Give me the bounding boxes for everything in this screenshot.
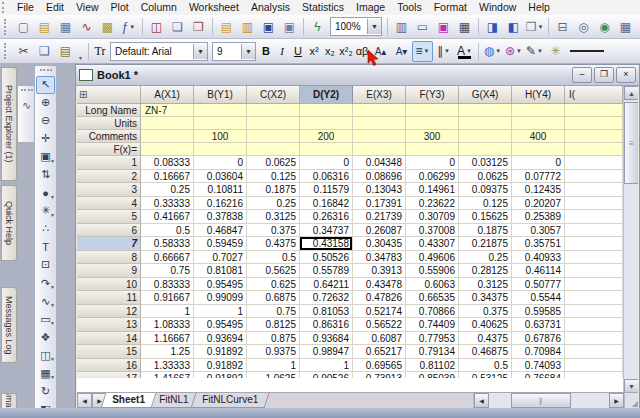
chevron-down-icon[interactable]: ▼ [537, 48, 543, 54]
cell-D-15[interactable]: 0.98947 [300, 345, 353, 359]
save-template-icon[interactable]: ▣ [279, 16, 300, 37]
image-mode-icon[interactable]: ▣ [433, 16, 454, 37]
refresh-screen-icon[interactable]: ▭ [412, 16, 433, 37]
cell-H-17[interactable]: 0.76684 [512, 372, 565, 378]
cell-A-2[interactable]: 0.16667 [141, 170, 194, 184]
cell-E-11[interactable]: 0.47826 [353, 291, 406, 305]
cell-D-11[interactable]: 0.72632 [300, 291, 353, 305]
row-header-12[interactable]: 12 [77, 305, 141, 319]
new-matrix-icon[interactable]: ▩ [97, 16, 118, 37]
param-cell-E[interactable] [353, 130, 406, 143]
subscript-button[interactable]: x₂ [322, 45, 338, 57]
cell-B-2[interactable]: 0.03604 [194, 170, 247, 184]
cell-F-12[interactable]: 0.70866 [406, 305, 459, 319]
arrange-windows-icon[interactable]: ❐▼ [524, 16, 545, 37]
cell-F-3[interactable]: 0.14961 [406, 183, 459, 197]
underline-button[interactable]: U [290, 45, 306, 57]
screen-reader-tool-icon[interactable]: ✛ [36, 130, 55, 148]
param-cell-D[interactable] [300, 143, 353, 156]
zoom-level-combo[interactable]: 100%▼ [330, 17, 382, 36]
cell-F-8[interactable]: 0.49606 [406, 251, 459, 265]
cell-E-8[interactable]: 0.34783 [353, 251, 406, 265]
toolbar-grip[interactable] [4, 19, 9, 35]
cell-G-13[interactable]: 0.40625 [459, 318, 512, 332]
cell-B-12[interactable]: 1 [194, 305, 247, 319]
cell-I-9[interactable] [565, 264, 623, 278]
new-function-icon[interactable]: ƒ▼ [118, 16, 139, 37]
cell-I-10[interactable] [565, 278, 623, 292]
cell-A-12[interactable]: 1 [141, 305, 194, 319]
chart-tool-icon[interactable]: ▦▼ [36, 364, 55, 382]
cell-B-8[interactable]: 0.7027 [194, 251, 247, 265]
param-cell-D[interactable] [300, 117, 353, 130]
row-header-15[interactable]: 15 [77, 345, 141, 359]
cell-I-2[interactable] [565, 170, 623, 184]
cell-I-14[interactable] [565, 332, 623, 346]
param-cell-H[interactable]: 400 [512, 130, 565, 143]
horizontal-scrollbar[interactable]: ◀ ∥ ▶ [473, 393, 624, 408]
new-layout-icon[interactable]: ◫ [146, 16, 167, 37]
italic-button[interactable]: I [274, 45, 290, 57]
cell-D-13[interactable]: 0.86316 [300, 318, 353, 332]
mask-tool-icon[interactable]: ●▼ [36, 184, 55, 202]
minimize-button[interactable]: – [572, 67, 592, 83]
cell-C-15[interactable]: 0.9375 [247, 345, 300, 359]
scroll-down-button[interactable]: ▼ [624, 379, 638, 393]
chevron-down-icon[interactable]: ▼ [241, 44, 255, 59]
param-cell-G[interactable] [459, 117, 512, 130]
menu-item-window[interactable]: Window [473, 0, 522, 15]
cell-I-1[interactable] [565, 156, 623, 170]
row-header-5[interactable]: 5 [77, 210, 141, 224]
fill-color-icon[interactable]: ◍▼ [482, 41, 503, 62]
param-cell-G[interactable] [459, 104, 512, 117]
import-wizard-icon[interactable]: ϟ [307, 16, 328, 37]
menu-item-column[interactable]: Column [135, 0, 183, 15]
param-cell-F[interactable] [406, 143, 459, 156]
menu-item-analysis[interactable]: Analysis [245, 0, 296, 15]
cell-D-9[interactable]: 0.55789 [300, 264, 353, 278]
chevron-down-icon[interactable]: ▼ [50, 212, 55, 218]
cell-E-10[interactable]: 0.43478 [353, 278, 406, 292]
line-color-icon[interactable]: ✎▼ [524, 41, 545, 62]
cell-A-15[interactable]: 1.25 [141, 345, 194, 359]
open-template-icon[interactable]: ▥ [237, 16, 258, 37]
cell-A-11[interactable]: 0.91667 [141, 291, 194, 305]
column-header-D[interactable]: D(Y2) [300, 86, 353, 104]
cell-F-15[interactable]: 0.79134 [406, 345, 459, 359]
cell-G-8[interactable]: 0.25 [459, 251, 512, 265]
cell-G-2[interactable]: 0.0625 [459, 170, 512, 184]
chevron-down-icon[interactable]: ▼ [50, 158, 55, 164]
cell-D-5[interactable]: 0.26316 [300, 210, 353, 224]
new-folder-icon[interactable]: ▤ [34, 16, 55, 37]
cell-A-13[interactable]: 1.08333 [141, 318, 194, 332]
window-resize-grip[interactable]: ◢ [624, 393, 638, 408]
menu-item-image[interactable]: Image [350, 0, 391, 15]
param-cell-A[interactable] [141, 143, 194, 156]
cell-B-14[interactable]: 0.93694 [194, 332, 247, 346]
new-graph-icon[interactable]: ∿ [76, 16, 97, 37]
vertical-scroll-thumb[interactable]: ≡ [624, 102, 638, 184]
cell-G-11[interactable]: 0.34375 [459, 291, 512, 305]
menu-item-help[interactable]: Help [522, 0, 556, 15]
bold-button[interactable]: B [258, 45, 274, 57]
cell-D-12[interactable]: 0.81053 [300, 305, 353, 319]
window-title-bar[interactable]: Book1 * – ❐ × [76, 65, 639, 86]
cell-H-8[interactable]: 0.40933 [512, 251, 565, 265]
scroll-up-button[interactable]: ▲ [624, 86, 638, 100]
copy-icon[interactable]: ❏ [34, 41, 55, 62]
toolbar-grip[interactable] [21, 89, 33, 94]
param-cell-C[interactable] [247, 104, 300, 117]
param-cell-E[interactable] [353, 143, 406, 156]
cell-D-10[interactable]: 0.64211 [300, 278, 353, 292]
superscript-button[interactable]: x² [306, 45, 322, 57]
param-cell-A[interactable]: ZN-7 [141, 104, 194, 117]
hscroll-track[interactable]: ∥ [489, 393, 609, 408]
cell-H-14[interactable]: 0.67876 [512, 332, 565, 346]
cell-G-10[interactable]: 0.3125 [459, 278, 512, 292]
param-cell-C[interactable] [247, 130, 300, 143]
toolbar-overflow-button[interactable]: ▾ [76, 42, 85, 61]
pan-tool-icon[interactable]: ❖ [36, 328, 55, 346]
new-project-icon[interactable]: ▢ [13, 16, 34, 37]
project-explorer-icon[interactable]: ⊟ [552, 16, 573, 37]
cell-E-9[interactable]: 0.3913 [353, 264, 406, 278]
